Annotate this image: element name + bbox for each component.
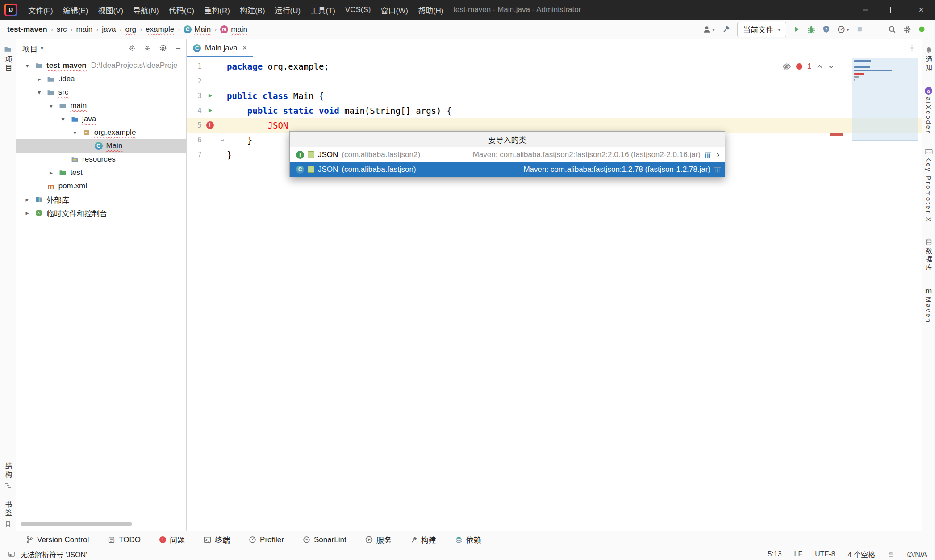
settings-icon[interactable] [159, 44, 167, 52]
tree-row-main[interactable]: ▾main [16, 99, 186, 112]
import-option-com.alibaba.fastjson[interactable]: CJSON(com.alibaba.fastjson)Maven: com.al… [290, 162, 725, 177]
tree-row-pom.xml[interactable]: mpom.xml [16, 179, 186, 193]
toolwindow-button-SonarLint[interactable]: SonarLint [303, 535, 346, 544]
toolwindow-button-构建[interactable]: 构建 [410, 534, 436, 545]
target-icon[interactable] [129, 45, 136, 52]
tool-stripe-project-button[interactable]: 项目 [3, 46, 13, 73]
stop-button[interactable] [856, 26, 863, 33]
search-icon[interactable] [888, 25, 896, 33]
tree-chevron-icon[interactable]: ▾ [45, 102, 57, 109]
breadcrumb-item-org[interactable]: org [125, 25, 136, 34]
menu-item-9[interactable]: VCS(S) [340, 0, 376, 20]
code-line-2[interactable]: 2 [187, 74, 922, 88]
submenu-chevron-icon[interactable]: › [715, 149, 721, 160]
next-error-icon[interactable] [828, 63, 835, 70]
menu-item-6[interactable]: 构建(B) [235, 0, 270, 20]
tree-chevron-icon[interactable]: ▾ [57, 116, 69, 123]
debug-button[interactable] [807, 25, 815, 33]
tool-stripe-structure-button[interactable]: 结构 [3, 462, 13, 489]
tree-row-.idea[interactable]: ▸.idea [16, 72, 186, 86]
menu-item-11[interactable]: 帮助(H) [413, 0, 449, 20]
menu-item-5[interactable]: 重构(R) [199, 0, 235, 20]
run-button[interactable] [793, 26, 800, 33]
code-line-5[interactable]: 5! JSON [187, 118, 922, 133]
tree-chevron-icon[interactable]: ▸ [45, 169, 57, 176]
toolwindow-button-依赖[interactable]: 依赖 [455, 534, 481, 545]
tree-row-Main[interactable]: CMain [16, 139, 186, 153]
breadcrumb-item-src[interactable]: src [57, 25, 67, 34]
tree-row-org.example[interactable]: ▾org.example [16, 126, 186, 139]
tool-stripe-Maven-button[interactable]: mMaven [925, 287, 932, 324]
tree-row-java[interactable]: ▾java [16, 112, 186, 126]
highlight-level-icon[interactable] [782, 62, 791, 71]
tab-main-java[interactable]: C Main.java × [187, 39, 253, 57]
breadcrumb-item-Main[interactable]: CMain [184, 25, 211, 34]
collapse-icon[interactable] [144, 45, 151, 52]
horizontal-scrollbar[interactable] [21, 522, 132, 526]
tree-chevron-icon[interactable]: ▸ [21, 196, 33, 203]
tree-chevron-icon[interactable]: ▾ [69, 129, 81, 136]
error-stripe-mark[interactable] [830, 133, 843, 136]
tree-row-test-maven[interactable]: ▾test-mavenD:\IdeaProjects\IdeaProje [16, 59, 186, 72]
chevron-down-icon[interactable]: ▾ [41, 45, 43, 51]
menu-item-1[interactable]: 编辑(E) [58, 0, 93, 20]
run-configuration-select[interactable]: 当前文件▾ [737, 22, 786, 37]
toolwindow-button-问题[interactable]: !问题 [159, 534, 185, 545]
tree-row-临时文件和控制台[interactable]: ▸临时文件和控制台 [16, 206, 186, 220]
toolwindow-button-终端[interactable]: 终端 [204, 534, 230, 545]
status-indicator-icon[interactable] [918, 26, 925, 33]
menu-item-10[interactable]: 窗口(W) [376, 0, 413, 20]
menu-item-3[interactable]: 导航(N) [128, 0, 164, 20]
minus-icon[interactable] [175, 45, 182, 52]
breadcrumb-item-java[interactable]: java [102, 25, 116, 34]
toolwindow-button-Profiler[interactable]: Profiler [249, 535, 284, 544]
tree-row-resources[interactable]: resources [16, 153, 186, 166]
toolwindow-button-Version Control[interactable]: Version Control [26, 535, 89, 544]
tree-row-src[interactable]: ▾src [16, 86, 186, 99]
code-line-3[interactable]: 3public class Main { [187, 88, 922, 103]
tree-row-test[interactable]: ▸test [16, 166, 186, 179]
line-separator[interactable]: LF [794, 550, 803, 558]
menu-item-4[interactable]: 代码(C) [164, 0, 200, 20]
tool-stripe-数据库-button[interactable]: 数据库 [924, 238, 933, 272]
tab-options-icon[interactable] [909, 45, 922, 51]
settings-gear-icon[interactable] [903, 25, 911, 33]
coverage-button[interactable] [822, 25, 830, 33]
breadcrumb-item-main[interactable]: mmain [220, 25, 247, 34]
minimize-button[interactable] [852, 0, 880, 20]
breadcrumb-item-example[interactable]: example [146, 25, 174, 34]
code-line-4[interactable]: 4– public static void main(String[] args… [187, 103, 922, 118]
tree-chevron-icon[interactable]: ▸ [33, 75, 45, 83]
tool-stripe-bookmark-button[interactable]: 书签 [3, 501, 13, 527]
tool-stripe-Key Promoter X-button[interactable]: Key Promoter X [925, 149, 933, 223]
tree-chevron-icon[interactable]: ▾ [33, 89, 45, 96]
menu-item-0[interactable]: 文件(F) [23, 0, 58, 20]
import-option-com.alibaba.fastjson2[interactable]: IJSON(com.alibaba.fastjson2)Maven: com.a… [290, 147, 725, 162]
indent-style[interactable]: 4 个空格 [848, 549, 875, 560]
breadcrumb-item-main[interactable]: main [76, 25, 92, 34]
user-menu-icon[interactable]: ▾ [703, 25, 715, 33]
tool-stripe-aiXcoder-button[interactable]: aaiXcoder [925, 87, 932, 134]
write-access-lock-icon[interactable] [888, 551, 894, 558]
run-gutter-icon[interactable] [202, 93, 218, 99]
prev-error-icon[interactable] [816, 63, 823, 70]
menu-item-7[interactable]: 运行(U) [270, 0, 306, 20]
project-panel-title[interactable]: 项目 [22, 43, 38, 54]
minimap[interactable] [852, 58, 918, 147]
menu-item-8[interactable]: 工具(T) [305, 0, 340, 20]
toolwindow-button-TODO[interactable]: TODO [108, 535, 141, 544]
profiler-button[interactable]: ▾ [837, 25, 849, 33]
caret-position[interactable]: 5:13 [768, 550, 781, 558]
error-indicator-icon[interactable] [796, 63, 802, 70]
tab-close-icon[interactable]: × [242, 43, 247, 53]
fold-marker-icon[interactable]: – [218, 108, 227, 114]
toolwindow-button-服务[interactable]: 服务 [365, 534, 392, 545]
tree-chevron-icon[interactable]: ▸ [21, 209, 33, 216]
tree-row-外部库[interactable]: ▸外部库 [16, 193, 186, 206]
file-encoding[interactable]: UTF-8 [815, 550, 835, 558]
build-hammer-icon[interactable] [722, 25, 730, 33]
tree-chevron-icon[interactable]: ▾ [21, 62, 33, 69]
error-gutter-icon[interactable]: ! [202, 121, 218, 129]
toolwindow-switcher-icon[interactable] [8, 551, 15, 558]
run-gutter-icon[interactable] [202, 108, 218, 113]
